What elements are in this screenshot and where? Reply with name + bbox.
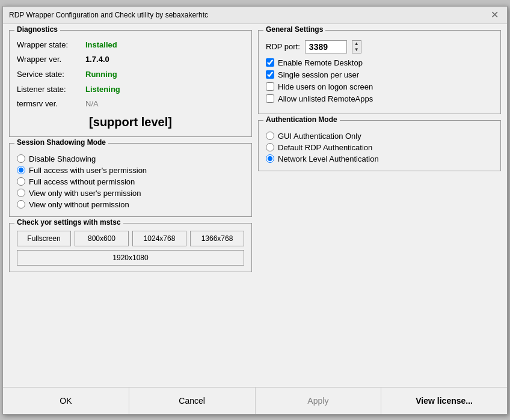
auth-option-0: GUI Authentication Only — [266, 132, 493, 141]
shadow-radio-3[interactable] — [17, 189, 25, 197]
shadow-radio-0[interactable] — [17, 154, 25, 163]
shadow-label-0: Disable Shadowing — [29, 154, 96, 163]
auth-mode-group: Authentication Mode GUI Authentication O… — [258, 120, 501, 171]
diagnostics-group: Diagnostics Wrapper state: Installed Wra… — [9, 30, 252, 137]
shadow-label-2: Full access without permission — [29, 177, 135, 186]
rdp-port-down-button[interactable]: ▼ — [352, 47, 361, 53]
mstsc-fullscreen-button[interactable]: Fullscreen — [17, 231, 71, 246]
single-session-label: Single session per user — [278, 70, 359, 79]
enable-remote-desktop-label: Enable Remote Desktop — [278, 58, 363, 67]
wrapper-state-value: Installed — [85, 38, 117, 53]
diagnostics-content: Wrapper state: Installed Wrapper ver. 1.… — [17, 38, 244, 112]
wrapper-state-label: Wrapper state: — [17, 38, 83, 53]
auth-label-2: Network Level Authentication — [278, 154, 379, 163]
shadow-option-2: Full access without permission — [17, 177, 244, 186]
hide-users-row: Hide users on logon screen — [266, 82, 493, 91]
rdp-port-spinner: ▲ ▼ — [352, 40, 361, 53]
termsrv-ver-row: termsrv ver. N/A — [17, 97, 244, 112]
hide-users-checkbox[interactable] — [266, 82, 274, 91]
auth-radio-1[interactable] — [266, 143, 274, 151]
cancel-button[interactable]: Cancel — [129, 388, 256, 414]
auth-radio-0[interactable] — [266, 132, 274, 140]
auth-label-0: GUI Authentication Only — [278, 132, 361, 141]
support-level: [support level] — [17, 115, 244, 129]
apply-button[interactable]: Apply — [256, 388, 382, 414]
mstsc-1920x1080-button[interactable]: 1920x1080 — [17, 250, 244, 266]
diagnostics-title: Diagnostics — [14, 25, 60, 34]
allow-unlisted-row: Allow unlisted RemoteApps — [266, 94, 493, 103]
session-shadowing-title: Session Shadowing Mode — [14, 138, 108, 147]
rdp-port-label: RDP port: — [266, 42, 300, 51]
rdp-port-row: RDP port: ▲ ▼ — [266, 40, 493, 53]
wrapper-ver-label: Wrapper ver. — [17, 52, 83, 67]
shadow-label-3: View only with user's permission — [29, 189, 141, 198]
service-state-value: Running — [85, 67, 117, 82]
shadow-option-4: View only without permission — [17, 200, 244, 209]
title-bar-text: RDP Wrapper Configuration and Check util… — [9, 11, 208, 19]
title-bar: RDP Wrapper Configuration and Check util… — [3, 7, 507, 24]
mstsc-group: Check yor settings with mstsc Fullscreen… — [9, 223, 252, 272]
service-state-label: Service state: — [17, 67, 83, 82]
shadow-label-4: View only without permission — [29, 200, 129, 209]
right-panel: General Settings RDP port: ▲ ▼ Enable Re… — [258, 30, 501, 381]
mstsc-buttons: Fullscreen 800x600 1024x768 1366x768 192… — [17, 231, 244, 266]
enable-remote-desktop-checkbox[interactable] — [266, 58, 274, 67]
left-panel: Diagnostics Wrapper state: Installed Wra… — [9, 30, 252, 381]
allow-unlisted-checkbox[interactable] — [266, 94, 274, 103]
shadow-option-1: Full access with user's permission — [17, 166, 244, 175]
shadow-radio-4[interactable] — [17, 200, 25, 208]
auth-label-1: Default RDP Authentication — [278, 143, 372, 152]
session-shadowing-options: Disable Shadowing Full access with user'… — [17, 154, 244, 209]
mstsc-800x600-button[interactable]: 800x600 — [75, 231, 129, 246]
shadow-label-1: Full access with user's permission — [29, 166, 147, 175]
listener-state-value: Listening — [85, 82, 120, 97]
shadow-option-0: Disable Shadowing — [17, 154, 244, 163]
termsrv-ver-value: N/A — [85, 97, 99, 112]
ok-button[interactable]: OK — [3, 388, 129, 414]
auth-mode-options: GUI Authentication Only Default RDP Auth… — [266, 132, 493, 163]
service-state-row: Service state: Running — [17, 67, 244, 82]
single-session-checkbox[interactable] — [266, 70, 274, 79]
listener-state-row: Listener state: Listening — [17, 82, 244, 97]
wrapper-state-row: Wrapper state: Installed — [17, 38, 244, 53]
wrapper-ver-row: Wrapper ver. 1.7.4.0 — [17, 52, 244, 67]
general-settings-group: General Settings RDP port: ▲ ▼ Enable Re… — [258, 30, 501, 114]
shadow-radio-1[interactable] — [17, 166, 25, 174]
auth-option-1: Default RDP Authentication — [266, 143, 493, 152]
view-license-button[interactable]: View license... — [381, 388, 507, 414]
rdp-port-up-button[interactable]: ▲ — [352, 41, 361, 47]
main-content: Diagnostics Wrapper state: Installed Wra… — [3, 24, 507, 387]
auth-mode-title: Authentication Mode — [263, 115, 340, 124]
auth-option-2: Network Level Authentication — [266, 154, 493, 163]
allow-unlisted-label: Allow unlisted RemoteApps — [278, 94, 373, 103]
bottom-buttons-row: OK Cancel Apply View license... — [3, 387, 507, 414]
shadow-option-3: View only with user's permission — [17, 189, 244, 198]
listener-state-label: Listener state: — [17, 82, 83, 97]
close-button[interactable]: ✕ — [488, 10, 501, 20]
general-settings-title: General Settings — [263, 25, 325, 34]
enable-remote-desktop-row: Enable Remote Desktop — [266, 58, 493, 67]
rdp-port-input[interactable] — [305, 40, 347, 53]
mstsc-1366x768-button[interactable]: 1366x768 — [190, 231, 244, 246]
mstsc-1024x768-button[interactable]: 1024x768 — [132, 231, 186, 246]
single-session-row: Single session per user — [266, 70, 493, 79]
main-window: RDP Wrapper Configuration and Check util… — [2, 6, 508, 415]
shadow-radio-2[interactable] — [17, 177, 25, 186]
mstsc-title: Check yor settings with mstsc — [14, 218, 123, 227]
hide-users-label: Hide users on logon screen — [278, 82, 373, 91]
auth-radio-2[interactable] — [266, 154, 274, 163]
termsrv-ver-label: termsrv ver. — [17, 97, 83, 112]
wrapper-ver-value: 1.7.4.0 — [85, 52, 109, 67]
session-shadowing-group: Session Shadowing Mode Disable Shadowing… — [9, 143, 252, 217]
